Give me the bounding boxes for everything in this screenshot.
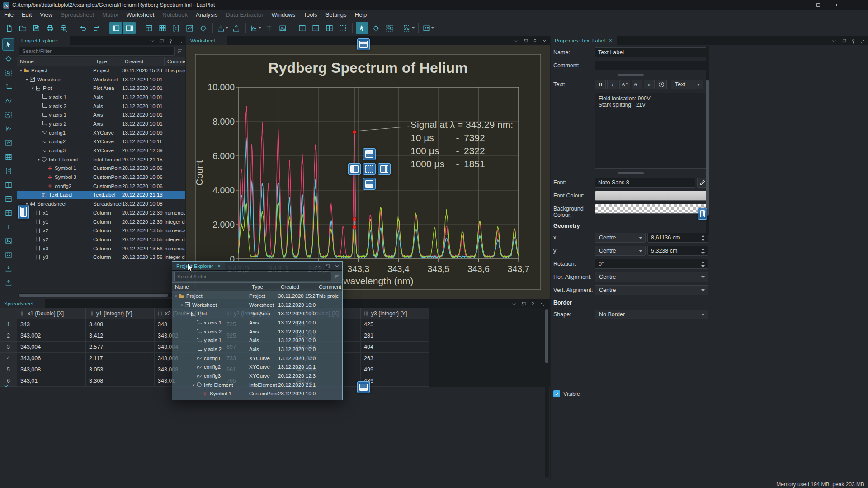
tree-row-worksheet[interactable]: ▾WorksheetWorksheet13.12.2020 10:01 — [17, 75, 185, 84]
horizontal-scrollbar[interactable] — [18, 293, 184, 297]
table-cell[interactable]: 3.412 — [86, 330, 155, 342]
tree-row-spreadsheet[interactable]: ▾SpreadsheetSpreadsheet13.12.2020 10:08 — [17, 199, 185, 208]
tree-row-x-axis-2[interactable]: x axis 2Axis13.12.2020 10:01 — [172, 327, 342, 336]
tree-row-text-label[interactable]: TxText LabelTextLabel20.12.2020 21:13 — [17, 191, 185, 200]
dock-indicator-left[interactable] — [348, 163, 361, 175]
add-text-label-button[interactable] — [263, 22, 275, 34]
background-colour-swatch[interactable] — [595, 204, 708, 214]
minimize-button[interactable] — [790, 0, 808, 10]
layout-vertical-button[interactable] — [296, 22, 308, 34]
dock-indicator-edge-right[interactable] — [698, 208, 707, 220]
table-cell[interactable]: 489 — [361, 375, 429, 387]
menu-tools[interactable]: Tools — [299, 10, 321, 20]
tree-row-symbol-1[interactable]: Symbol 1CustomPoint28.12.2020 10:06 — [172, 389, 342, 399]
table-cell[interactable]: 343,004 — [17, 342, 86, 353]
expander-icon[interactable]: ▾ — [174, 294, 179, 298]
maximize-button[interactable] — [809, 0, 827, 10]
expander-icon[interactable]: ▾ — [24, 77, 29, 82]
dock-menu-icon[interactable] — [511, 300, 517, 308]
x-axis-label[interactable]: wavelength (nm) — [343, 276, 413, 286]
table-cell[interactable]: 343,006 — [17, 353, 86, 364]
tree-row-worksheet[interactable]: ▾WorksheetWorksheet13.12.2020 10:01 — [172, 300, 342, 310]
open-project-button[interactable] — [16, 22, 29, 34]
floating-project-explorer[interactable]: Project Explorer NameTypeCreatedComment … — [172, 261, 343, 400]
hor-alignment-combo[interactable]: Centre — [595, 272, 708, 282]
tree-row-info-element[interactable]: ▾Info ElementInfoElement20.12.2020 21:15 — [172, 380, 342, 389]
menu-view[interactable]: View — [36, 10, 57, 20]
filter-options-icon[interactable] — [333, 273, 340, 280]
name-input[interactable] — [595, 47, 708, 57]
pin-icon[interactable] — [532, 37, 538, 45]
save-project-button[interactable] — [30, 22, 42, 34]
column-header-x1-double-x[interactable]: x1 {Double} [X] — [17, 308, 86, 319]
search-input[interactable] — [174, 272, 331, 281]
pointer-tool[interactable] — [2, 38, 14, 51]
tree-row-y2[interactable]: y2Column20.12.2020 13:55integer da — [17, 235, 185, 244]
table-cell[interactable]: 343,01 — [17, 375, 86, 387]
tree-row-y-axis-1[interactable]: y axis 1Axis13.12.2020 10:01 — [17, 110, 185, 119]
tree-row-project[interactable]: ▾ProjectProject30.11.2020 15:23This proj… — [172, 291, 342, 300]
tab-project-explorer[interactable]: Project Explorer — [17, 36, 70, 45]
float-icon[interactable] — [325, 263, 330, 271]
tree-row-x3[interactable]: x3Column20.12.2020 13:56numerical — [17, 244, 185, 253]
undo-button[interactable] — [76, 22, 89, 34]
data-extractor-button[interactable] — [197, 22, 209, 34]
add-legend-button[interactable] — [422, 22, 434, 34]
column-header-comment[interactable]: Comment — [165, 57, 185, 66]
row-number[interactable]: 1 — [0, 319, 17, 330]
filter-options-icon[interactable] — [176, 47, 184, 55]
border-shape-combo[interactable]: No Border — [595, 310, 708, 319]
plot-title[interactable]: Rydberg Spectrum of Helium — [269, 60, 468, 76]
table-cell[interactable]: 3.308 — [86, 375, 155, 387]
print-button[interactable] — [43, 22, 56, 34]
menu-edit[interactable]: Edit — [18, 10, 36, 20]
layout-grid-button[interactable] — [323, 22, 335, 34]
table-cell[interactable]: 263 — [361, 353, 429, 364]
tree-row-symbol-1[interactable]: Symbol 1CustomPoint28.12.2020 10:06 — [17, 164, 185, 173]
redo-button[interactable] — [90, 22, 103, 34]
toggle-properties-explorer-button[interactable] — [123, 22, 136, 34]
crosshair-tool-button[interactable] — [369, 22, 382, 34]
menu-windows[interactable]: Windows — [268, 10, 300, 20]
dock-indicator-outer-bottom[interactable] — [357, 381, 370, 393]
tree-row-y3[interactable]: y3Column20.12.2020 13:56integer da — [17, 253, 185, 262]
curve-box-tool[interactable] — [2, 108, 14, 121]
tree-row-x-axis-2[interactable]: x axis 2Axis13.12.2020 10:01 — [17, 102, 185, 111]
column-header-name[interactable]: Name — [17, 57, 93, 66]
dock-menu-icon[interactable] — [831, 37, 837, 45]
add-image-button[interactable] — [276, 22, 289, 34]
font-colour-swatch[interactable] — [595, 191, 708, 201]
tab-worksheet[interactable]: Worksheet — [186, 36, 227, 45]
spin-arrows-icon[interactable] — [701, 235, 705, 241]
tree-row-x-axis-1[interactable]: x axis 1Axis13.12.2020 10:01 — [172, 318, 342, 327]
tree-row-y1[interactable]: y1Column20.12.2020 12:39integer da — [17, 217, 185, 226]
x-position-spin[interactable]: 8,61136 cm — [647, 233, 708, 243]
scrollbar-thumb[interactable] — [545, 309, 548, 363]
info-title[interactable]: Signal at λ = 343.29 nm: — [410, 119, 513, 130]
dock-menu-icon[interactable] — [149, 37, 155, 45]
subscript-button[interactable]: A₋ — [632, 80, 642, 89]
close-icon[interactable] — [539, 300, 545, 308]
table-cell[interactable]: 499 — [361, 364, 429, 375]
float-icon[interactable] — [841, 37, 847, 45]
pin-icon[interactable] — [530, 300, 536, 308]
column-header-type[interactable]: Type — [93, 57, 122, 66]
expander-icon[interactable]: ▾ — [191, 383, 196, 387]
column-header-name[interactable]: Name — [172, 283, 249, 291]
pin-icon[interactable] — [850, 37, 856, 45]
layout-h-tool[interactable] — [2, 192, 14, 205]
tab-close-icon[interactable] — [62, 38, 66, 42]
tree-row-info-element[interactable]: ▾Info ElementInfoElement20.12.2020 21:15 — [17, 155, 185, 164]
tab-close-icon[interactable] — [609, 38, 613, 42]
visible-checkbox[interactable] — [553, 390, 560, 397]
layout-grid-tool[interactable] — [2, 206, 14, 219]
y-anchor-combo[interactable]: Centre — [595, 246, 646, 256]
table-cell[interactable]: 281 — [361, 330, 429, 342]
menu-analysis[interactable]: Analysis — [192, 10, 222, 20]
tree-row-config2[interactable]: config2CustomPoint28.12.2020 10:06 — [17, 182, 185, 191]
dock-indicator-right[interactable] — [378, 163, 391, 175]
expander-icon[interactable]: ▾ — [36, 157, 41, 162]
expander-icon[interactable]: ▾ — [19, 68, 24, 73]
image-tool[interactable] — [2, 235, 14, 247]
spreadsheet-tool[interactable] — [2, 150, 14, 163]
